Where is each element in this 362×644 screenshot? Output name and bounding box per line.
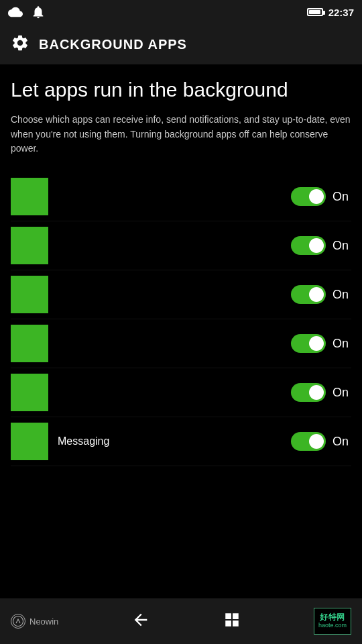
nav-back-button[interactable] [131, 610, 150, 632]
toggle-label-3: On [333, 288, 351, 302]
toggle-area-5[interactable]: On [291, 383, 351, 402]
toggle-area-2[interactable]: On [291, 236, 351, 255]
toggle-6[interactable] [291, 432, 326, 451]
nav-logo [11, 614, 25, 629]
watermark-text: 好特网 haote.com [318, 613, 347, 629]
main-content: Let apps run in the background Choose wh… [0, 64, 362, 466]
battery-icon [307, 8, 323, 16]
status-left-icons [8, 5, 307, 19]
nav-windows-button[interactable] [223, 611, 241, 631]
gear-icon [11, 34, 29, 55]
header-title: BACKGROUND APPS [39, 37, 187, 52]
toggle-label-4: On [333, 337, 351, 351]
toggle-area-3[interactable]: On [291, 285, 351, 304]
app-list: On On On [11, 172, 351, 466]
app-icon-2 [11, 227, 48, 264]
svg-point-0 [13, 616, 23, 627]
toggle-area-4[interactable]: On [291, 334, 351, 353]
app-row: On [11, 319, 351, 368]
toggle-4[interactable] [291, 334, 326, 353]
app-row: On [11, 368, 351, 417]
app-row: Messaging On [11, 417, 351, 466]
time-display: 22:37 [328, 7, 354, 18]
toggle-area-6[interactable]: On [291, 432, 351, 451]
header: BACKGROUND APPS [0, 24, 362, 64]
app-row: On [11, 270, 351, 319]
app-row: On [11, 221, 351, 270]
app-icon-1 [11, 178, 48, 215]
toggle-5[interactable] [291, 383, 326, 402]
toggle-label-6: On [333, 435, 351, 449]
app-icon-5 [11, 374, 48, 411]
toggle-2[interactable] [291, 236, 326, 255]
toggle-1[interactable] [291, 187, 326, 206]
page-description: Choose which apps can receive info, send… [11, 113, 351, 156]
toggle-label-2: On [333, 239, 351, 253]
bell-icon [31, 5, 46, 19]
nav-watermark: 好特网 haote.com [314, 608, 351, 635]
status-right: 22:37 [307, 7, 354, 18]
app-icon-3 [11, 276, 48, 313]
toggle-label-5: On [333, 386, 351, 400]
app-icon-6 [11, 423, 48, 460]
app-name-messaging: Messaging [58, 435, 291, 447]
page-title: Let apps run in the background [11, 78, 351, 102]
app-icon-4 [11, 325, 48, 362]
toggle-label-1: On [333, 190, 351, 204]
cloud-icon [8, 5, 23, 19]
bottom-nav: Neowin 好特网 haote.com [0, 598, 362, 644]
app-row: On [11, 172, 351, 221]
status-bar: 22:37 [0, 0, 362, 24]
toggle-3[interactable] [291, 285, 326, 304]
brand-label: Neowin [29, 616, 58, 627]
toggle-area-1[interactable]: On [291, 187, 351, 206]
nav-brand: Neowin [11, 614, 58, 629]
